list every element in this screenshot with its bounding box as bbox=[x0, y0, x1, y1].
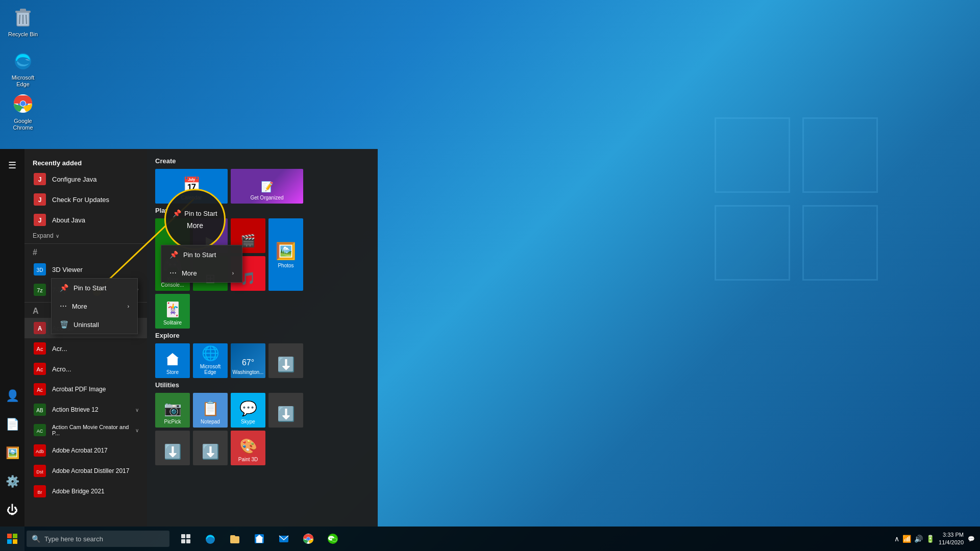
adobe-distiller-label: Adobe Acrobat Distiller 2017 bbox=[52, 467, 129, 474]
adobe-bridge-icon: Br bbox=[33, 484, 47, 498]
context-menu-large: 📌 Pin to Start ⋯ More › bbox=[161, 245, 242, 283]
download-tile[interactable]: ⬇️ bbox=[268, 343, 303, 378]
edge-taskbar-button[interactable] bbox=[198, 527, 223, 551]
svg-rect-50 bbox=[181, 539, 185, 543]
check-updates-item[interactable]: J Check For Updates bbox=[24, 189, 147, 210]
google-chrome-label: Google Chrome bbox=[5, 118, 41, 131]
more-small-label: More bbox=[72, 303, 87, 310]
svg-text:A: A bbox=[38, 325, 42, 332]
pin-icon-callout: 📌 bbox=[173, 209, 181, 217]
configure-java-item[interactable]: J Configure Java bbox=[24, 169, 147, 189]
solitaire-tile[interactable]: 🃏 Solitaire bbox=[155, 294, 190, 329]
notifications-icon[interactable]: 💬 bbox=[968, 536, 975, 542]
svg-text:Br: Br bbox=[38, 490, 42, 495]
3d-viewer-item[interactable]: 3D 3D Viewer bbox=[24, 259, 147, 280]
download3-tile[interactable]: ⬇️ bbox=[155, 431, 190, 465]
acrobat1-label: Acr... bbox=[52, 345, 67, 353]
action-cam-icon: AC bbox=[33, 423, 47, 437]
check-updates-icon: J bbox=[33, 192, 47, 207]
create-section-label: Create bbox=[155, 157, 370, 165]
pin-to-start-small-item[interactable]: 📌 Pin to Start bbox=[52, 279, 137, 297]
weather-tile[interactable]: 67° Washington... bbox=[231, 343, 265, 378]
access-icon: A bbox=[33, 321, 47, 335]
settings-icon[interactable]: ⚙️ bbox=[0, 469, 24, 494]
context-menu-small: 📌 Pin to Start ⋯ More › 🗑️ Uninstall bbox=[51, 278, 138, 334]
store-taskbar-button[interactable] bbox=[247, 527, 272, 551]
adobe-acrobat-item[interactable]: Adb Adobe Acrobat 2017 bbox=[24, 440, 147, 461]
explorer-taskbar-button[interactable] bbox=[223, 527, 247, 551]
adobe-distiller-item[interactable]: Dst Adobe Acrobat Distiller 2017 bbox=[24, 461, 147, 481]
notepad-tile[interactable]: 📋 Notepad bbox=[193, 393, 228, 428]
svg-text:Ac: Ac bbox=[37, 366, 43, 372]
3d-viewer-label: 3D Viewer bbox=[52, 266, 83, 273]
hamburger-menu-icon[interactable]: ☰ bbox=[0, 153, 24, 178]
start-menu-left-strip: ☰ 👤 📄 🖼️ ⚙️ ⏻ bbox=[0, 149, 24, 527]
start-button[interactable] bbox=[0, 527, 24, 551]
more-large-label: More bbox=[182, 269, 197, 277]
expand-row[interactable]: Expand ∨ bbox=[24, 230, 147, 241]
taskbar-date-display: 11/4/2020 bbox=[939, 539, 964, 546]
action-btrieve-item[interactable]: AB Action Btrieve 12 ∨ bbox=[24, 399, 147, 420]
action-cam-item[interactable]: AC Action Cam Movie Creator and P... ∨ bbox=[24, 420, 147, 440]
callout-circle: 📌 Pin to Start More bbox=[164, 189, 226, 250]
3d-viewer-icon: 3D bbox=[33, 262, 47, 277]
notepad-label: Notepad bbox=[201, 419, 220, 424]
svg-text:J: J bbox=[38, 217, 42, 224]
uninstall-item[interactable]: 🗑️ Uninstall bbox=[52, 315, 137, 334]
download2-tile[interactable]: ⬇️ bbox=[268, 393, 303, 428]
organized-tile[interactable]: 📝 Get Organized bbox=[231, 169, 303, 204]
chrome-taskbar-button[interactable] bbox=[296, 527, 321, 551]
svg-text:7z: 7z bbox=[37, 287, 43, 293]
network-icon: 📶 bbox=[902, 535, 911, 543]
mail-taskbar-button[interactable] bbox=[272, 527, 296, 551]
taskbar-search-bar[interactable]: 🔍 Type here to search bbox=[27, 531, 169, 547]
svg-rect-45 bbox=[13, 534, 17, 538]
pictures-icon[interactable]: 🖼️ bbox=[0, 441, 24, 465]
more-large-menu-item[interactable]: ⋯ More › bbox=[161, 264, 242, 282]
photos-tile-label: Photos bbox=[278, 263, 293, 268]
store-tile[interactable]: Store bbox=[155, 343, 190, 378]
acrobat2-icon: Ac bbox=[33, 362, 47, 376]
skype-tile[interactable]: 💬 Skype bbox=[231, 393, 265, 428]
task-view-button[interactable] bbox=[174, 527, 198, 551]
svg-rect-51 bbox=[186, 539, 190, 543]
ms-edge-desktop-icon[interactable]: Microsoft Edge bbox=[3, 46, 43, 90]
solitaire-tile-label: Solitaire bbox=[163, 320, 182, 325]
configure-java-label: Configure Java bbox=[52, 176, 96, 183]
acrobat1-item[interactable]: Ac Acr... bbox=[24, 338, 147, 359]
adobe-bridge-label: Adobe Bridge 2021 bbox=[52, 488, 105, 495]
wechat-taskbar-button[interactable] bbox=[321, 527, 345, 551]
documents-icon[interactable]: 📄 bbox=[0, 412, 24, 437]
svg-text:Dst: Dst bbox=[36, 469, 43, 474]
chevron-up-icon[interactable]: ∧ bbox=[894, 535, 899, 543]
picpick-tile[interactable]: 📷 PicPick bbox=[155, 393, 190, 428]
explore-section-label: Explore bbox=[155, 332, 370, 339]
7zip-icon: 7z bbox=[33, 283, 47, 297]
user-account-icon[interactable]: 👤 bbox=[0, 384, 24, 408]
svg-rect-53 bbox=[230, 536, 239, 543]
svg-rect-46 bbox=[7, 539, 12, 544]
paint3d-tile[interactable]: 🎨 Paint 3D bbox=[231, 431, 265, 465]
recycle-bin-icon[interactable]: Recycle Bin bbox=[3, 3, 43, 40]
svg-text:AC: AC bbox=[37, 429, 43, 434]
acrobat-image-item[interactable]: Ac Acrobat PDF Image bbox=[24, 379, 147, 399]
google-chrome-desktop-icon[interactable]: Google Chrome bbox=[3, 89, 43, 133]
svg-text:J: J bbox=[38, 176, 42, 183]
adobe-acrobat-label: Adobe Acrobat 2017 bbox=[52, 447, 108, 454]
pin-to-start-large-menu-item[interactable]: 📌 Pin to Start bbox=[161, 245, 242, 264]
svg-rect-44 bbox=[7, 534, 12, 538]
action-btrieve-label: Action Btrieve 12 bbox=[52, 406, 99, 413]
adobe-bridge-item[interactable]: Br Adobe Bridge 2021 bbox=[24, 481, 147, 502]
svg-rect-2 bbox=[20, 9, 26, 11]
acrobat2-item[interactable]: Ac Acro... bbox=[24, 359, 147, 379]
photos-tile[interactable]: 🖼️ Photos bbox=[268, 218, 303, 291]
power-icon[interactable]: ⏻ bbox=[0, 498, 24, 522]
organized-tile-label: Get Organized bbox=[250, 195, 283, 201]
pin-to-start-small-label: Pin to Start bbox=[74, 284, 106, 292]
skype-label: Skype bbox=[241, 419, 255, 424]
taskbar-clock[interactable]: 3:33 PM 11/4/2020 bbox=[939, 531, 964, 547]
more-small-item[interactable]: ⋯ More › bbox=[52, 297, 137, 315]
about-java-item[interactable]: J About Java bbox=[24, 210, 147, 230]
download4-tile[interactable]: ⬇️ bbox=[193, 431, 228, 465]
edge-tile[interactable]: 🌐 Microsoft Edge bbox=[193, 343, 228, 378]
